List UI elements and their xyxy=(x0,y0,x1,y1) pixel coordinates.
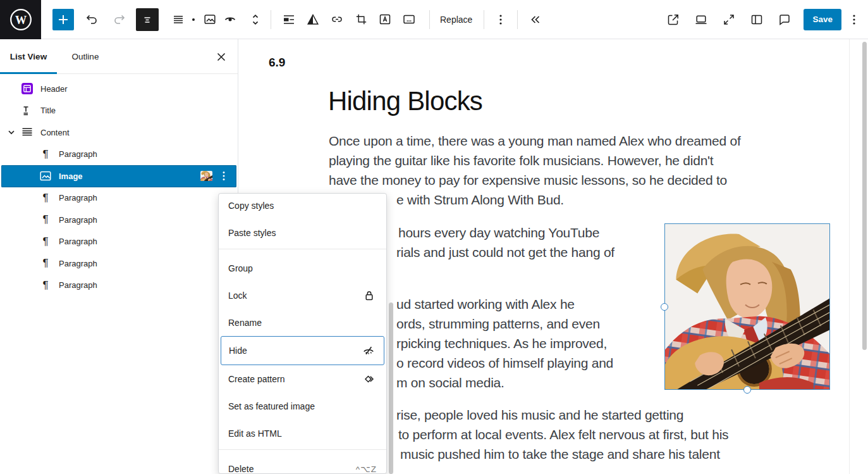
menu-item-label: Delete xyxy=(228,464,254,474)
parent-content-block-button[interactable] xyxy=(171,12,186,27)
block-options-menu: Copy stylesPaste stylesGroupLockRenameHi… xyxy=(218,193,387,474)
expander-chevron-down-icon[interactable] xyxy=(4,125,19,140)
paragraph-text-line[interactable]: m on social media. xyxy=(396,375,504,390)
paragraph-text-line[interactable]: hours every day watching YouTube xyxy=(398,225,599,240)
menu-item-label: Hide xyxy=(229,346,247,356)
toolbar-divider xyxy=(517,10,518,29)
menu-item-hide[interactable]: Hide xyxy=(221,336,384,365)
toolbar-divider xyxy=(429,10,430,29)
fit-screen-button[interactable] xyxy=(721,12,737,27)
paragraph-text-line[interactable]: playing the guitar like his favorite fol… xyxy=(329,153,713,168)
align-button[interactable] xyxy=(281,12,296,27)
paragraph-text-line[interactable]: Once upon a time, there was a young man … xyxy=(329,134,740,149)
paragraph-block-icon: ¶ xyxy=(38,257,53,270)
guitar-photo xyxy=(665,224,829,389)
main-scrollbar[interactable] xyxy=(862,42,867,350)
paragraph-block-icon: ¶ xyxy=(38,213,53,226)
move-up-down-button[interactable] xyxy=(248,12,263,27)
list-view-row-paragraph[interactable]: ¶Paragraph xyxy=(0,144,238,166)
save-button[interactable]: Save xyxy=(804,9,841,30)
comments-button[interactable] xyxy=(777,12,792,27)
menu-item-label: Create pattern xyxy=(228,374,285,384)
menu-item-label: Edit as HTML xyxy=(228,428,282,439)
paragraph-text-line[interactable]: to perform at local events. Alex felt ne… xyxy=(398,427,728,442)
block-label: Paragraph xyxy=(59,215,97,225)
collapse-toolbar-button[interactable] xyxy=(527,12,542,27)
menu-item-edit-as-html[interactable]: Edit as HTML xyxy=(219,420,386,447)
duotone-filter-button[interactable] xyxy=(305,12,321,27)
document-overview-button[interactable] xyxy=(136,8,159,31)
drag-handle-dot[interactable] xyxy=(192,18,195,21)
list-view-row-title[interactable]: Title xyxy=(0,100,238,122)
list-view-row-content[interactable]: Content xyxy=(0,122,238,144)
eye-off-icon xyxy=(361,343,376,358)
menu-item-lock[interactable]: Lock xyxy=(219,282,386,309)
row-options-kebab-icon[interactable] xyxy=(216,168,231,184)
menu-item-label: Paste styles xyxy=(228,228,276,238)
block-options-button[interactable] xyxy=(493,12,508,27)
paragraph-text-line[interactable]: have the money to pay for expensive musi… xyxy=(329,173,727,188)
block-label: Paragraph xyxy=(59,193,97,203)
paragraph-block-icon: ¶ xyxy=(38,148,53,161)
block-visibility-icon[interactable] xyxy=(223,12,238,27)
resize-handle-bottom[interactable] xyxy=(743,386,751,394)
paragraph-text-line[interactable]: music pushed him to take the stage and s… xyxy=(400,447,720,462)
menu-item-label: Set as featured image xyxy=(228,401,315,411)
undo-button[interactable] xyxy=(84,12,99,27)
list-view-row-header[interactable]: Header xyxy=(0,78,238,100)
list-view-row-paragraph[interactable]: ¶Paragraph xyxy=(0,253,238,275)
paragraph-text-line[interactable]: rise, people loved his music and he star… xyxy=(396,408,683,423)
menu-item-paste-styles[interactable]: Paste styles xyxy=(219,219,386,246)
more-options-button[interactable] xyxy=(847,12,862,27)
lock-icon xyxy=(362,288,377,303)
tab-outline[interactable]: Outline xyxy=(57,39,114,73)
paragraph-block-icon: ¶ xyxy=(38,235,53,248)
list-view-row-paragraph[interactable]: ¶Paragraph xyxy=(0,209,238,231)
menu-item-set-as-featured-image[interactable]: Set as featured image xyxy=(219,392,386,420)
paragraph-text-line[interactable]: rials and just could not get the hang of xyxy=(396,245,614,260)
crop-button[interactable] xyxy=(353,12,369,27)
replace-button[interactable]: Replace xyxy=(434,8,479,31)
post-title[interactable]: Hiding Blocks xyxy=(328,86,482,116)
canvas-edge-divider xyxy=(849,39,850,474)
toolbar-divider xyxy=(271,10,271,29)
list-view-row-image[interactable]: Image xyxy=(1,165,236,187)
paragraph-text-line[interactable]: rpicking techniques. As he improved, xyxy=(396,336,607,351)
menu-item-group[interactable]: Group xyxy=(219,254,386,282)
block-inserter-button[interactable] xyxy=(52,9,74,30)
menu-item-label: Group xyxy=(228,263,253,273)
list-view-row-paragraph[interactable]: ¶Paragraph xyxy=(0,187,238,209)
menu-item-delete[interactable]: Delete^⌥Z xyxy=(219,455,386,474)
menu-item-rename[interactable]: Rename xyxy=(219,309,386,336)
wordpress-logo[interactable]: W xyxy=(0,0,41,39)
paragraph-text-line[interactable]: ud started working with Alex he xyxy=(396,297,575,312)
content-block-icon xyxy=(20,125,35,140)
image-block-icon xyxy=(38,168,53,184)
editor-top-bar: W Replace Save xyxy=(0,0,868,39)
list-view-row-paragraph[interactable]: ¶Paragraph xyxy=(0,231,238,253)
block-label: Paragraph xyxy=(59,280,97,290)
block-label: Paragraph xyxy=(59,149,97,159)
block-label: Title xyxy=(40,106,56,115)
preview-desktop-button[interactable] xyxy=(694,12,709,27)
paragraph-text-line[interactable]: o record videos of himself playing and xyxy=(396,356,613,371)
menu-scrollbar[interactable] xyxy=(389,302,393,474)
close-list-view-button[interactable] xyxy=(212,48,230,66)
wordpress-editor: W Replace Save List View xyxy=(0,0,868,474)
paragraph-text-line[interactable]: ords, strumming patterns, and even xyxy=(396,316,600,332)
redo-button[interactable] xyxy=(112,12,127,27)
menu-item-create-pattern[interactable]: Create pattern xyxy=(219,365,386,392)
caption-button[interactable] xyxy=(401,12,417,27)
view-post-button[interactable] xyxy=(666,12,681,27)
menu-item-copy-styles[interactable]: Copy styles xyxy=(219,193,386,219)
paragraph-block-icon: ¶ xyxy=(38,279,53,292)
text-over-image-button[interactable] xyxy=(377,12,393,27)
selected-image-block[interactable] xyxy=(664,223,830,390)
paragraph-text-line[interactable]: e with Strum Along With Bud. xyxy=(396,192,564,208)
image-block-switcher-button[interactable] xyxy=(202,12,217,27)
tab-list-view[interactable]: List View xyxy=(0,39,57,73)
settings-sidebar-button[interactable] xyxy=(749,12,764,27)
list-view-row-paragraph[interactable]: ¶Paragraph xyxy=(0,275,238,297)
resize-handle-left[interactable] xyxy=(661,303,668,311)
link-button[interactable] xyxy=(329,12,345,27)
